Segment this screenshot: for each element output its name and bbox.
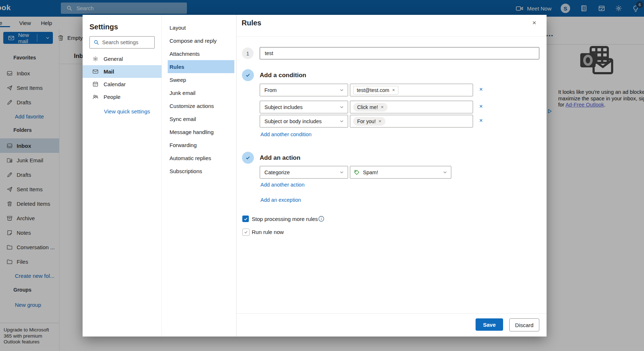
section-forwarding[interactable]: Forwarding <box>162 138 236 151</box>
section-rules[interactable]: Rules <box>168 60 234 73</box>
info-icon[interactable] <box>318 216 325 222</box>
rule-name-field[interactable] <box>260 47 539 59</box>
run-rule-now-label: Run rule now <box>252 229 284 235</box>
discard-button[interactable]: Discard <box>509 318 539 331</box>
stop-processing-checkbox[interactable] <box>242 216 249 222</box>
keyword-chip[interactable]: Click me! × <box>353 103 388 112</box>
search-icon <box>93 39 99 45</box>
action-check-icon <box>242 152 254 164</box>
category-general[interactable]: General <box>83 53 162 65</box>
section-auto-replies[interactable]: Automatic replies <box>162 151 236 164</box>
condition-field-select-3[interactable]: Subject or body includes <box>260 115 348 128</box>
action-heading: Add an action <box>260 154 300 162</box>
remove-condition-icon[interactable]: × <box>477 116 485 125</box>
section-message-handling[interactable]: Message handling <box>162 125 236 138</box>
calendar-icon <box>92 81 99 87</box>
section-customize[interactable]: Customize actions <box>162 99 236 112</box>
chevron-down-icon <box>339 119 344 124</box>
rule-number-badge: 1 <box>242 47 254 59</box>
keyword-chip[interactable]: For you! × <box>353 117 385 126</box>
chip-remove-icon[interactable]: × <box>379 118 381 124</box>
close-icon[interactable]: × <box>530 18 539 28</box>
section-subscriptions[interactable]: Subscriptions <box>162 164 236 177</box>
settings-search-input[interactable] <box>102 39 149 45</box>
action-field-select[interactable]: Categorize <box>260 166 348 179</box>
category-people[interactable]: People <box>83 91 162 103</box>
chip-remove-icon[interactable]: × <box>392 87 395 93</box>
add-exception-link[interactable]: Add an exception <box>260 197 301 203</box>
chevron-down-icon <box>339 105 344 109</box>
add-condition-link[interactable]: Add another condition <box>260 131 311 137</box>
rules-dialog: Rules × 1 Add a condition From test@test… <box>236 15 547 337</box>
chip-remove-icon[interactable]: × <box>381 104 384 110</box>
gear-icon <box>92 56 99 62</box>
rule-name-input[interactable] <box>265 50 518 56</box>
section-junk[interactable]: Junk email <box>162 86 236 99</box>
chevron-down-icon <box>339 88 344 92</box>
view-quick-settings-link[interactable]: View quick settings <box>104 108 150 114</box>
condition-heading: Add a condition <box>260 72 306 79</box>
dialog-title: Rules <box>242 19 261 27</box>
remove-condition-icon[interactable]: × <box>477 102 485 111</box>
people-icon <box>92 94 99 100</box>
section-sweep[interactable]: Sweep <box>162 73 236 86</box>
settings-title: Settings <box>89 23 118 31</box>
dialog-header-divider <box>237 36 547 37</box>
section-compose[interactable]: Compose and reply <box>162 34 236 47</box>
category-mail[interactable]: Mail <box>83 65 162 78</box>
add-action-link[interactable]: Add another action <box>260 182 305 188</box>
settings-categories: General Mail Calendar People <box>83 53 162 103</box>
section-attachments[interactable]: Attachments <box>162 47 236 60</box>
section-sync[interactable]: Sync email <box>162 112 236 125</box>
mail-sections-list: Layout Compose and reply Attachments Rul… <box>162 21 236 177</box>
envelope-icon <box>92 68 99 75</box>
condition-field-select-2[interactable]: Subject includes <box>260 101 348 113</box>
recipient-chip[interactable]: test@test.com × <box>353 86 398 95</box>
dialog-footer-divider <box>237 313 547 314</box>
condition-value-field-3[interactable]: For you! × <box>350 115 473 128</box>
condition-field-select-1[interactable]: From <box>260 84 348 96</box>
chevron-down-icon <box>443 170 447 175</box>
settings-search-box[interactable] <box>89 36 155 49</box>
section-layout[interactable]: Layout <box>162 21 236 34</box>
category-value-select[interactable]: Spam! <box>350 166 451 179</box>
condition-value-field-2[interactable]: Click me! × <box>350 101 473 113</box>
tag-icon <box>354 170 360 175</box>
condition-value-field-1[interactable]: test@test.com × <box>350 84 473 96</box>
category-calendar[interactable]: Calendar <box>83 78 162 91</box>
save-button[interactable]: Save <box>476 318 503 331</box>
stop-processing-label: Stop processing more rules <box>252 216 318 222</box>
run-rule-now-checkbox[interactable] <box>242 229 250 236</box>
chevron-down-icon <box>339 170 344 175</box>
condition-check-icon <box>242 69 254 81</box>
remove-condition-icon[interactable]: × <box>477 85 485 94</box>
